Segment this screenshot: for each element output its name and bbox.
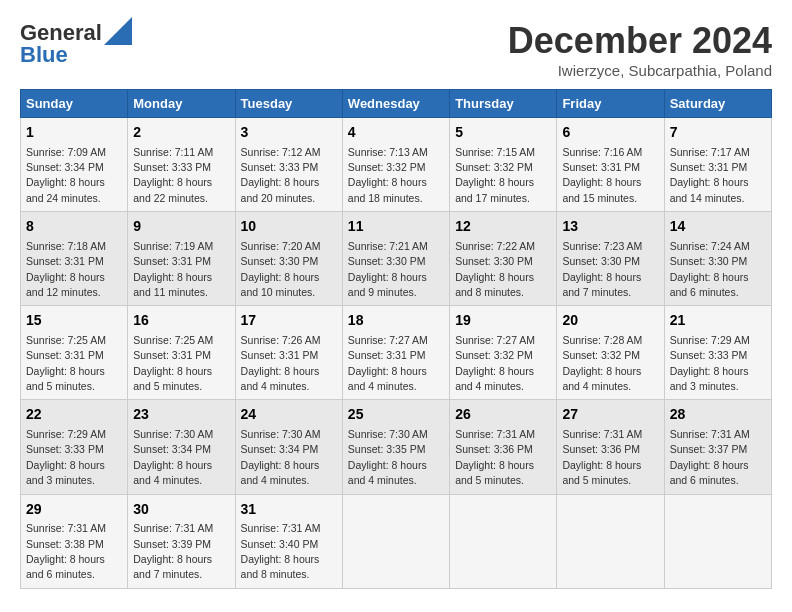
- day-number: 18: [348, 311, 444, 331]
- day-number: 16: [133, 311, 229, 331]
- day-cell: 31Sunrise: 7:31 AMSunset: 3:40 PMDayligh…: [235, 494, 342, 588]
- day-number: 28: [670, 405, 766, 425]
- day-cell: 7Sunrise: 7:17 AMSunset: 3:31 PMDaylight…: [664, 118, 771, 212]
- day-number: 2: [133, 123, 229, 143]
- day-cell: 1Sunrise: 7:09 AMSunset: 3:34 PMDaylight…: [21, 118, 128, 212]
- day-info: Sunrise: 7:17 AMSunset: 3:31 PMDaylight:…: [670, 146, 750, 204]
- day-cell: 19Sunrise: 7:27 AMSunset: 3:32 PMDayligh…: [450, 306, 557, 400]
- day-number: 29: [26, 500, 122, 520]
- day-cell: 17Sunrise: 7:26 AMSunset: 3:31 PMDayligh…: [235, 306, 342, 400]
- day-info: Sunrise: 7:22 AMSunset: 3:30 PMDaylight:…: [455, 240, 535, 298]
- day-number: 5: [455, 123, 551, 143]
- week-row-4: 22Sunrise: 7:29 AMSunset: 3:33 PMDayligh…: [21, 400, 772, 494]
- day-info: Sunrise: 7:30 AMSunset: 3:34 PMDaylight:…: [133, 428, 213, 486]
- day-info: Sunrise: 7:11 AMSunset: 3:33 PMDaylight:…: [133, 146, 213, 204]
- day-number: 3: [241, 123, 337, 143]
- day-cell: 25Sunrise: 7:30 AMSunset: 3:35 PMDayligh…: [342, 400, 449, 494]
- calendar-header: SundayMondayTuesdayWednesdayThursdayFrid…: [21, 90, 772, 118]
- day-cell: [664, 494, 771, 588]
- day-info: Sunrise: 7:31 AMSunset: 3:40 PMDaylight:…: [241, 522, 321, 580]
- day-number: 26: [455, 405, 551, 425]
- day-info: Sunrise: 7:31 AMSunset: 3:38 PMDaylight:…: [26, 522, 106, 580]
- day-info: Sunrise: 7:25 AMSunset: 3:31 PMDaylight:…: [26, 334, 106, 392]
- page-header: General Blue December 2024 Iwierzyce, Su…: [20, 20, 772, 79]
- day-info: Sunrise: 7:31 AMSunset: 3:37 PMDaylight:…: [670, 428, 750, 486]
- day-info: Sunrise: 7:24 AMSunset: 3:30 PMDaylight:…: [670, 240, 750, 298]
- day-cell: 9Sunrise: 7:19 AMSunset: 3:31 PMDaylight…: [128, 212, 235, 306]
- week-row-1: 1Sunrise: 7:09 AMSunset: 3:34 PMDaylight…: [21, 118, 772, 212]
- day-info: Sunrise: 7:29 AMSunset: 3:33 PMDaylight:…: [26, 428, 106, 486]
- col-thursday: Thursday: [450, 90, 557, 118]
- day-number: 20: [562, 311, 658, 331]
- day-info: Sunrise: 7:15 AMSunset: 3:32 PMDaylight:…: [455, 146, 535, 204]
- day-info: Sunrise: 7:12 AMSunset: 3:33 PMDaylight:…: [241, 146, 321, 204]
- day-number: 8: [26, 217, 122, 237]
- day-cell: 22Sunrise: 7:29 AMSunset: 3:33 PMDayligh…: [21, 400, 128, 494]
- day-cell: 3Sunrise: 7:12 AMSunset: 3:33 PMDaylight…: [235, 118, 342, 212]
- day-info: Sunrise: 7:27 AMSunset: 3:31 PMDaylight:…: [348, 334, 428, 392]
- day-cell: 11Sunrise: 7:21 AMSunset: 3:30 PMDayligh…: [342, 212, 449, 306]
- day-number: 7: [670, 123, 766, 143]
- day-info: Sunrise: 7:25 AMSunset: 3:31 PMDaylight:…: [133, 334, 213, 392]
- day-number: 9: [133, 217, 229, 237]
- day-number: 21: [670, 311, 766, 331]
- day-number: 25: [348, 405, 444, 425]
- day-cell: 5Sunrise: 7:15 AMSunset: 3:32 PMDaylight…: [450, 118, 557, 212]
- day-info: Sunrise: 7:21 AMSunset: 3:30 PMDaylight:…: [348, 240, 428, 298]
- day-info: Sunrise: 7:26 AMSunset: 3:31 PMDaylight:…: [241, 334, 321, 392]
- logo-icon: [104, 17, 132, 45]
- day-cell: 16Sunrise: 7:25 AMSunset: 3:31 PMDayligh…: [128, 306, 235, 400]
- header-row: SundayMondayTuesdayWednesdayThursdayFrid…: [21, 90, 772, 118]
- day-number: 30: [133, 500, 229, 520]
- svg-marker-0: [104, 17, 132, 45]
- week-row-2: 8Sunrise: 7:18 AMSunset: 3:31 PMDaylight…: [21, 212, 772, 306]
- day-number: 15: [26, 311, 122, 331]
- day-cell: 15Sunrise: 7:25 AMSunset: 3:31 PMDayligh…: [21, 306, 128, 400]
- day-number: 14: [670, 217, 766, 237]
- day-cell: 29Sunrise: 7:31 AMSunset: 3:38 PMDayligh…: [21, 494, 128, 588]
- day-number: 11: [348, 217, 444, 237]
- day-number: 6: [562, 123, 658, 143]
- day-info: Sunrise: 7:31 AMSunset: 3:39 PMDaylight:…: [133, 522, 213, 580]
- day-info: Sunrise: 7:27 AMSunset: 3:32 PMDaylight:…: [455, 334, 535, 392]
- day-number: 31: [241, 500, 337, 520]
- day-cell: 10Sunrise: 7:20 AMSunset: 3:30 PMDayligh…: [235, 212, 342, 306]
- day-number: 10: [241, 217, 337, 237]
- day-cell: 6Sunrise: 7:16 AMSunset: 3:31 PMDaylight…: [557, 118, 664, 212]
- col-sunday: Sunday: [21, 90, 128, 118]
- day-cell: 18Sunrise: 7:27 AMSunset: 3:31 PMDayligh…: [342, 306, 449, 400]
- location-subtitle: Iwierzyce, Subcarpathia, Poland: [508, 62, 772, 79]
- day-info: Sunrise: 7:31 AMSunset: 3:36 PMDaylight:…: [455, 428, 535, 486]
- day-cell: 21Sunrise: 7:29 AMSunset: 3:33 PMDayligh…: [664, 306, 771, 400]
- col-saturday: Saturday: [664, 90, 771, 118]
- col-friday: Friday: [557, 90, 664, 118]
- logo: General Blue: [20, 20, 132, 68]
- day-cell: 2Sunrise: 7:11 AMSunset: 3:33 PMDaylight…: [128, 118, 235, 212]
- day-cell: 12Sunrise: 7:22 AMSunset: 3:30 PMDayligh…: [450, 212, 557, 306]
- calendar-body: 1Sunrise: 7:09 AMSunset: 3:34 PMDaylight…: [21, 118, 772, 589]
- calendar-table: SundayMondayTuesdayWednesdayThursdayFrid…: [20, 89, 772, 589]
- day-cell: 13Sunrise: 7:23 AMSunset: 3:30 PMDayligh…: [557, 212, 664, 306]
- day-info: Sunrise: 7:19 AMSunset: 3:31 PMDaylight:…: [133, 240, 213, 298]
- day-number: 22: [26, 405, 122, 425]
- day-info: Sunrise: 7:09 AMSunset: 3:34 PMDaylight:…: [26, 146, 106, 204]
- day-number: 13: [562, 217, 658, 237]
- day-cell: 4Sunrise: 7:13 AMSunset: 3:32 PMDaylight…: [342, 118, 449, 212]
- day-number: 4: [348, 123, 444, 143]
- day-cell: 14Sunrise: 7:24 AMSunset: 3:30 PMDayligh…: [664, 212, 771, 306]
- day-cell: 26Sunrise: 7:31 AMSunset: 3:36 PMDayligh…: [450, 400, 557, 494]
- day-cell: [557, 494, 664, 588]
- day-number: 19: [455, 311, 551, 331]
- day-cell: 20Sunrise: 7:28 AMSunset: 3:32 PMDayligh…: [557, 306, 664, 400]
- day-cell: 28Sunrise: 7:31 AMSunset: 3:37 PMDayligh…: [664, 400, 771, 494]
- day-cell: 27Sunrise: 7:31 AMSunset: 3:36 PMDayligh…: [557, 400, 664, 494]
- week-row-5: 29Sunrise: 7:31 AMSunset: 3:38 PMDayligh…: [21, 494, 772, 588]
- day-number: 24: [241, 405, 337, 425]
- day-info: Sunrise: 7:13 AMSunset: 3:32 PMDaylight:…: [348, 146, 428, 204]
- day-cell: 8Sunrise: 7:18 AMSunset: 3:31 PMDaylight…: [21, 212, 128, 306]
- day-cell: 23Sunrise: 7:30 AMSunset: 3:34 PMDayligh…: [128, 400, 235, 494]
- day-info: Sunrise: 7:30 AMSunset: 3:34 PMDaylight:…: [241, 428, 321, 486]
- day-info: Sunrise: 7:23 AMSunset: 3:30 PMDaylight:…: [562, 240, 642, 298]
- day-info: Sunrise: 7:20 AMSunset: 3:30 PMDaylight:…: [241, 240, 321, 298]
- title-section: December 2024 Iwierzyce, Subcarpathia, P…: [508, 20, 772, 79]
